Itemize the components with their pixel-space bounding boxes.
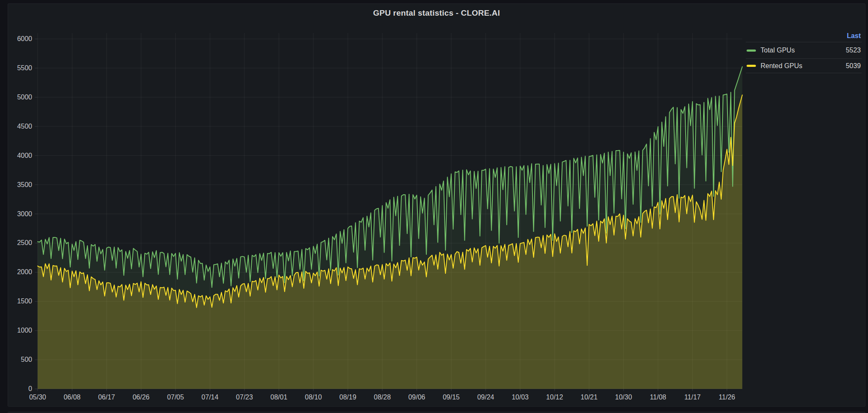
y-tick-label: 2000 bbox=[0, 268, 32, 276]
x-tick-label: 09/15 bbox=[434, 394, 468, 401]
y-tick-label: 3500 bbox=[0, 181, 32, 189]
grafana-dashboard: GPU rental statistics - CLORE.AI 0500100… bbox=[0, 0, 868, 413]
x-tick-label: 10/12 bbox=[538, 394, 571, 401]
x-tick-label: 08/10 bbox=[297, 394, 330, 401]
legend: Last Total GPUs 5523 Rented GPUs 5039 bbox=[746, 30, 862, 73]
x-tick-label: 10/03 bbox=[503, 394, 537, 401]
legend-label: Rented GPUs bbox=[761, 62, 802, 70]
total-gpus-swatch bbox=[747, 50, 756, 52]
x-tick-label: 09/24 bbox=[469, 394, 503, 401]
y-tick-label: 1500 bbox=[0, 297, 32, 305]
x-tick-label: 08/28 bbox=[365, 394, 399, 401]
y-tick-label: 500 bbox=[0, 356, 32, 363]
y-tick-label: 5000 bbox=[0, 94, 32, 101]
x-tick-label: 10/21 bbox=[572, 394, 606, 401]
x-tick-label: 10/30 bbox=[607, 394, 640, 401]
x-tick-label: 06/26 bbox=[124, 394, 158, 401]
legend-item-rented-gpus[interactable]: Rented GPUs 5039 bbox=[746, 58, 862, 73]
x-tick-label: 07/05 bbox=[159, 394, 192, 401]
y-tick-label: 5500 bbox=[0, 64, 32, 72]
x-tick-label: 08/01 bbox=[262, 394, 296, 401]
legend-last-value: 5039 bbox=[846, 62, 861, 70]
legend-column-header[interactable]: Last bbox=[746, 30, 862, 42]
x-tick-label: 09/06 bbox=[400, 394, 434, 401]
x-tick-label: 11/08 bbox=[641, 394, 675, 401]
y-tick-label: 0 bbox=[0, 385, 32, 393]
x-tick-label: 06/17 bbox=[90, 394, 124, 401]
x-tick-label: 08/19 bbox=[331, 394, 365, 401]
y-tick-label: 3000 bbox=[0, 210, 32, 218]
y-tick-label: 2500 bbox=[0, 239, 32, 247]
x-tick-label: 11/17 bbox=[676, 394, 709, 401]
x-tick-label: 11/26 bbox=[710, 394, 744, 401]
legend-label: Total GPUs bbox=[761, 47, 795, 54]
y-tick-label: 6000 bbox=[0, 35, 32, 43]
legend-item-total-gpus[interactable]: Total GPUs 5523 bbox=[746, 42, 862, 58]
x-tick-label: 07/23 bbox=[228, 394, 261, 401]
chart-canvas[interactable] bbox=[0, 0, 868, 413]
y-tick-label: 4500 bbox=[0, 123, 32, 130]
x-tick-label: 07/14 bbox=[193, 394, 227, 401]
x-tick-label: 05/30 bbox=[21, 394, 55, 401]
x-tick-label: 06/08 bbox=[55, 394, 89, 401]
y-tick-label: 1000 bbox=[0, 327, 32, 334]
y-tick-label: 4000 bbox=[0, 152, 32, 160]
rented-gpus-swatch bbox=[747, 65, 756, 67]
legend-last-value: 5523 bbox=[846, 47, 861, 54]
